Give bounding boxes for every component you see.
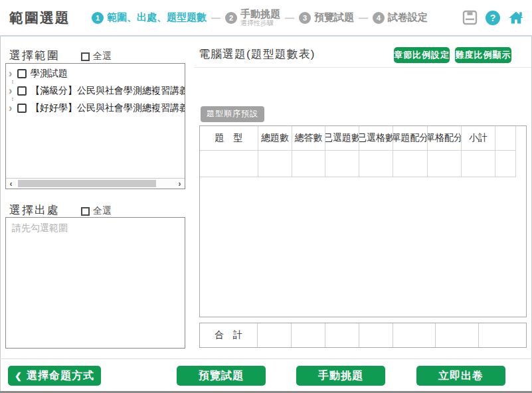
header-bar: 範圍選題 1 範圍、出處、題型題數 — 2 手動挑題 選擇性步驟 — 3 預覽試… xyxy=(0,0,532,35)
total-cell xyxy=(359,323,393,347)
back-button-label: 選擇命題方式 xyxy=(27,369,94,383)
tree-item[interactable]: › 【滿級分】公民與社會學測總複習講義 要 xyxy=(9,84,185,98)
scroll-right-icon[interactable]: › xyxy=(175,180,185,188)
range-tree-panel: › 學測試題 › 【滿級分】公民與社會學測總複習講義 要 › 【好好學】公民與社… xyxy=(5,63,185,189)
source-placeholder: 請先勾選範圍 xyxy=(6,218,185,239)
col-header-total-answers: 總答數 xyxy=(292,126,325,151)
step-separator: — xyxy=(211,13,221,23)
tree-item[interactable]: › 學測試題 xyxy=(9,66,185,81)
difficulty-ratio-button[interactable]: 難度比例顯示 xyxy=(455,47,511,63)
horizontal-scrollbar[interactable]: ‹ › xyxy=(6,178,185,189)
col-header-empty xyxy=(495,126,516,151)
home-icon[interactable] xyxy=(508,10,524,26)
step-4-paper-settings[interactable]: 4 試卷設定 xyxy=(373,11,428,24)
source-list-panel: 請先勾選範圍 xyxy=(5,217,185,349)
table-cell xyxy=(393,151,428,177)
tree-item-checkbox[interactable] xyxy=(17,86,27,96)
source-select-all-checkbox[interactable] xyxy=(81,207,90,216)
right-panel-divider xyxy=(194,67,531,68)
step-1-label: 範圍、出處、題型題數 xyxy=(107,11,207,24)
expand-chevron-icon[interactable]: › xyxy=(9,103,17,114)
range-section-title: 選擇範圍 xyxy=(9,48,60,63)
question-type-table: 題 型 總題數 總答數 已選題數 已選格數 單題配分 單格配分 小計 xyxy=(200,126,516,177)
tree-item-label: 【滿級分】公民與社會學測總複習講義 要 xyxy=(31,85,185,97)
step-2-label: 手動挑題 xyxy=(240,8,280,19)
range-tree: › 學測試題 › 【滿級分】公民與社會學測總複習講義 要 › 【好好學】公民與社… xyxy=(6,64,185,116)
source-select-all-label: 全選 xyxy=(93,205,112,217)
step-2-manual-pick[interactable]: 2 手動挑題 選擇性步驟 xyxy=(225,8,280,27)
table-cell xyxy=(462,151,495,177)
step-2-sublabel: 選擇性步驟 xyxy=(240,19,280,27)
table-cell xyxy=(258,151,292,177)
table-cell xyxy=(200,151,258,177)
page-title: 範圍選題 xyxy=(9,9,70,27)
help-icon[interactable]: ? xyxy=(486,11,500,25)
window-border-left xyxy=(0,37,1,391)
table-cell xyxy=(292,151,325,177)
total-cell xyxy=(325,323,359,347)
step-separator: — xyxy=(285,13,294,23)
source-select-all[interactable]: 全選 xyxy=(81,205,112,217)
scroll-left-icon[interactable]: ‹ xyxy=(6,180,16,188)
expand-chevron-icon[interactable]: › xyxy=(9,86,17,96)
col-header-selected-questions: 已選題數 xyxy=(325,126,359,151)
step-3-preview[interactable]: 3 預覽試題 xyxy=(299,11,354,24)
tree-item-checkbox[interactable] xyxy=(17,104,27,113)
tree-item-checkbox[interactable] xyxy=(17,69,27,78)
col-header-total-questions: 總題數 xyxy=(258,126,292,151)
footer-divider xyxy=(0,358,532,359)
question-order-preset-tab[interactable]: 題型順序預設 xyxy=(201,106,264,122)
step-separator: — xyxy=(359,13,368,23)
col-header-points-per-question: 單題配分 xyxy=(393,126,428,151)
table-cell xyxy=(325,151,359,177)
source-section-title: 選擇出處 xyxy=(9,202,60,218)
col-header-selected-blanks: 已選格數 xyxy=(359,126,393,151)
preview-questions-button[interactable]: 預覽試題 xyxy=(177,366,266,386)
header-icons: ? xyxy=(462,10,524,26)
col-header-subtotal: 小計 xyxy=(462,126,495,151)
step-4-badge: 4 xyxy=(373,12,385,24)
step-3-badge: 3 xyxy=(299,12,311,24)
scrollbar-thumb[interactable] xyxy=(18,180,156,187)
step-nav: 1 範圍、出處、題型題數 — 2 手動挑題 選擇性步驟 — 3 預覽試題 — 4… xyxy=(92,8,428,27)
save-icon[interactable] xyxy=(462,10,478,26)
step-3-label: 預覽試題 xyxy=(314,11,354,24)
step-1-range[interactable]: 1 範圍、出處、題型題數 xyxy=(92,11,207,24)
range-select-all-checkbox[interactable] xyxy=(81,52,90,61)
total-cell xyxy=(479,323,526,347)
step-2-badge: 2 xyxy=(225,12,237,24)
computer-selection-title: 電腦選題(題型題數表) xyxy=(199,46,315,62)
total-cell xyxy=(436,323,479,347)
step-4-label: 試卷設定 xyxy=(388,11,428,24)
table-cell xyxy=(359,151,393,177)
tree-item[interactable]: › 【好好學】公民與社會學測總複習講義 要 xyxy=(9,101,185,116)
range-select-all[interactable]: 全選 xyxy=(81,50,112,62)
question-type-table-panel: 題 型 總題數 總答數 已選題數 已選格數 單題配分 單格配分 小計 xyxy=(199,125,527,317)
back-to-method-button[interactable]: ❮ 選擇命題方式 xyxy=(8,366,101,386)
total-cell xyxy=(393,323,436,347)
exam-builder-window: 範圍選題 1 範圍、出處、題型題數 — 2 手動挑題 選擇性步驟 — 3 預覽試… xyxy=(0,0,532,393)
step-1-badge: 1 xyxy=(92,12,104,24)
chapter-ratio-button[interactable]: 章節比例設定 xyxy=(394,47,450,63)
total-cell xyxy=(258,323,292,347)
tree-item-label: 學測試題 xyxy=(31,68,68,80)
total-cell xyxy=(292,323,325,347)
table-cell xyxy=(428,151,462,177)
range-select-all-label: 全選 xyxy=(93,50,112,62)
table-cell xyxy=(495,151,516,177)
expand-chevron-icon[interactable]: › xyxy=(9,68,17,79)
totals-row: 合 計 xyxy=(199,323,527,348)
col-header-type: 題 型 xyxy=(200,126,258,151)
header-divider xyxy=(0,35,532,37)
generate-paper-button[interactable]: 立即出卷 xyxy=(416,366,505,386)
tree-item-label: 【好好學】公民與社會學測總複習講義 要 xyxy=(31,102,185,114)
col-header-points-per-blank: 單格配分 xyxy=(428,126,462,151)
total-label: 合 計 xyxy=(200,323,258,347)
chevron-left-icon: ❮ xyxy=(15,371,23,381)
manual-pick-button[interactable]: 手動挑題 xyxy=(296,366,385,386)
